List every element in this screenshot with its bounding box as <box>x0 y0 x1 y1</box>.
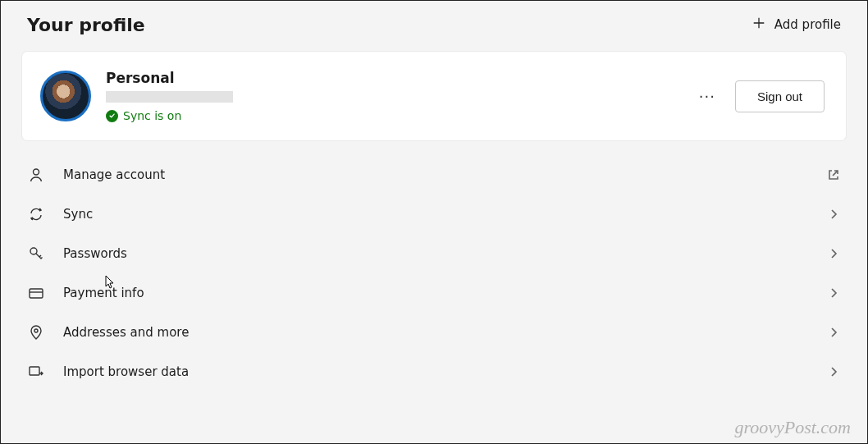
svg-point-0 <box>34 169 39 175</box>
profile-name: Personal <box>106 70 688 86</box>
key-icon <box>27 245 45 263</box>
profile-card: Personal Sync is on ··· Sign out <box>22 52 846 140</box>
chevron-right-icon <box>826 246 841 261</box>
menu-item-sync[interactable]: Sync <box>22 195 846 234</box>
menu-item-passwords[interactable]: Passwords <box>22 234 846 273</box>
more-options-button[interactable]: ··· <box>688 83 727 110</box>
external-link-icon <box>826 167 841 182</box>
sync-status-text: Sync is on <box>123 109 181 122</box>
menu-label: Import browser data <box>63 364 826 379</box>
card-icon <box>27 284 45 302</box>
menu-label: Payment info <box>63 286 826 300</box>
avatar <box>40 71 91 121</box>
chevron-right-icon <box>826 364 841 379</box>
add-profile-button[interactable]: Add profile <box>748 11 844 39</box>
menu-label: Manage account <box>63 167 826 182</box>
signout-button[interactable]: Sign out <box>735 80 825 112</box>
menu-label: Passwords <box>63 246 826 261</box>
menu-item-import-data[interactable]: Import browser data <box>22 352 846 391</box>
svg-point-3 <box>34 329 38 332</box>
watermark-text: groovyPost.com <box>734 417 851 438</box>
page-title: Your profile <box>27 15 145 35</box>
check-circle-icon <box>106 110 118 122</box>
menu-item-manage-account[interactable]: Manage account <box>22 155 846 195</box>
location-icon <box>27 323 45 341</box>
svg-rect-2 <box>30 289 43 298</box>
chevron-right-icon <box>826 286 841 300</box>
sync-icon <box>27 205 45 223</box>
menu-label: Addresses and more <box>63 325 826 340</box>
chevron-right-icon <box>826 325 841 340</box>
menu-label: Sync <box>63 207 826 222</box>
plus-icon <box>752 16 766 34</box>
person-icon <box>27 166 45 184</box>
profile-email-redacted <box>106 91 233 103</box>
svg-rect-4 <box>30 367 39 375</box>
menu-item-addresses[interactable]: Addresses and more <box>22 313 846 352</box>
chevron-right-icon <box>826 207 841 222</box>
add-profile-label: Add profile <box>774 17 841 32</box>
import-icon <box>27 363 45 381</box>
menu-item-payment-info[interactable]: Payment info <box>22 273 846 313</box>
